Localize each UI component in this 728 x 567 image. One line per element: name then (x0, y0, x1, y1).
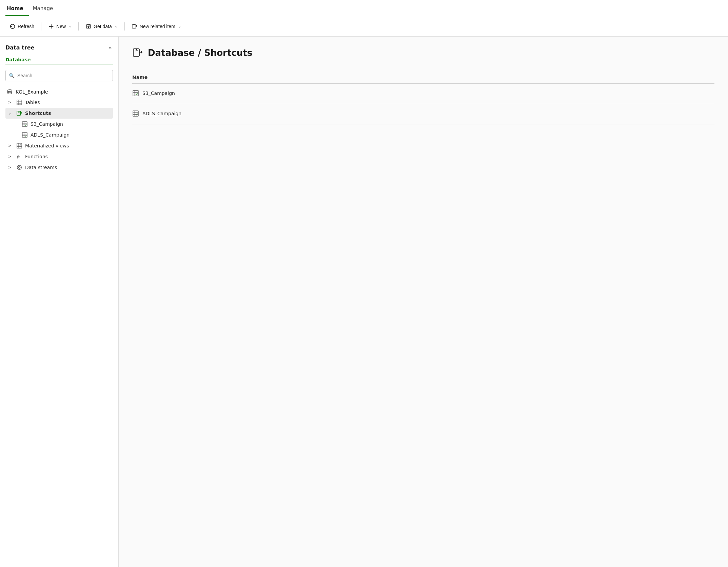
tables-icon (16, 99, 22, 105)
divider-3 (124, 22, 125, 31)
svg-point-25 (18, 166, 20, 168)
expand-functions-icon: > (8, 154, 14, 159)
left-panel: Data tree « Database 🔍 KQL_Example > (0, 37, 119, 567)
db-name-label: KQL_Example (16, 89, 48, 95)
new-related-item-button[interactable]: New related item ⌄ (127, 21, 185, 32)
matviews-label: Materialized views (25, 143, 69, 148)
search-icon: 🔍 (9, 73, 15, 78)
collapse-button[interactable]: « (107, 43, 113, 52)
refresh-icon (9, 23, 16, 29)
svg-rect-6 (17, 100, 22, 105)
new-button[interactable]: New ⌄ (44, 21, 76, 32)
tree-item-functions[interactable]: > fx Functions (5, 151, 113, 162)
datastreams-icon (16, 164, 22, 170)
breadcrumb-header: Database / Shortcuts (132, 47, 714, 58)
new-chevron: ⌄ (68, 24, 72, 28)
panel-title: Data tree (5, 44, 34, 51)
svg-point-5 (8, 90, 12, 92)
new-label: New (56, 24, 66, 29)
datastreams-label: Data streams (25, 165, 57, 170)
top-nav: Home Manage (0, 0, 728, 16)
tree-item-matviews[interactable]: > Materialized views (5, 140, 113, 151)
adlscampaign-icon (22, 132, 28, 138)
functions-label: Functions (25, 154, 48, 159)
functions-icon: fx (16, 154, 22, 160)
s3campaign-icon (22, 121, 28, 127)
search-wrap: 🔍 (5, 70, 113, 81)
breadcrumb-title: Database / Shortcuts (148, 48, 252, 58)
tree-db-name[interactable]: KQL_Example (5, 87, 113, 97)
refresh-button[interactable]: Refresh (5, 21, 38, 32)
adlscampaign-row-label: ADLS_Campaign (142, 111, 181, 116)
breadcrumb-shortcuts-icon (132, 47, 143, 58)
get-data-chevron: ⌄ (115, 24, 118, 28)
new-related-chevron: ⌄ (178, 24, 181, 28)
plus-icon (48, 23, 54, 29)
s3campaign-row: S3_Campaign (132, 90, 175, 97)
matviews-icon (16, 143, 22, 149)
svg-text:fx: fx (17, 155, 20, 159)
s3campaign-row-label: S3_Campaign (142, 90, 175, 96)
database-icon (7, 89, 13, 95)
svg-rect-26 (133, 49, 139, 56)
refresh-label: Refresh (18, 24, 34, 29)
adlscampaign-row: ADLS_Campaign (132, 110, 181, 117)
content-table: Name S3_Campaig (132, 72, 714, 124)
tree-item-shortcuts[interactable]: ⌄ Shortcuts (5, 108, 113, 119)
database-tab[interactable]: Database (5, 57, 113, 64)
tree-item-tables[interactable]: > Tables (5, 97, 113, 108)
expand-matviews-icon: > (8, 143, 14, 148)
s3campaign-label: S3_Campaign (31, 121, 63, 127)
tables-label: Tables (25, 100, 40, 105)
divider-1 (41, 22, 41, 31)
new-related-item-label: New related item (140, 24, 175, 29)
get-data-button[interactable]: Get data ⌄ (81, 21, 122, 32)
divider-2 (78, 22, 79, 31)
get-data-icon (85, 23, 92, 29)
new-related-item-icon (132, 23, 138, 29)
expand-tables-icon: > (8, 100, 14, 105)
svg-rect-27 (133, 90, 138, 96)
tree-item-s3campaign[interactable]: S3_Campaign (5, 119, 113, 129)
main-content: Data tree « Database 🔍 KQL_Example > (0, 37, 728, 567)
tree-item-datastreams[interactable]: > Data streams (5, 162, 113, 173)
svg-rect-31 (133, 111, 138, 116)
search-input[interactable] (5, 70, 113, 81)
tab-manage[interactable]: Manage (32, 5, 59, 16)
shortcuts-icon (16, 110, 22, 116)
svg-rect-15 (22, 133, 27, 137)
table-header-name: Name (132, 72, 714, 84)
expand-datastreams-icon: > (8, 165, 14, 170)
panel-header: Data tree « (5, 43, 113, 52)
expand-shortcuts-icon: ⌄ (8, 111, 14, 116)
adlscampaign-label: ADLS_Campaign (31, 132, 70, 138)
get-data-label: Get data (94, 24, 112, 29)
shortcuts-label: Shortcuts (25, 110, 51, 116)
right-panel: Database / Shortcuts Name (119, 37, 728, 567)
tab-home[interactable]: Home (5, 5, 29, 16)
svg-rect-4 (132, 24, 136, 28)
svg-rect-19 (17, 143, 22, 148)
svg-rect-11 (22, 122, 27, 126)
table-row[interactable]: ADLS_Campaign (132, 104, 714, 124)
toolbar: Refresh New ⌄ Get data ⌄ New related ite… (0, 16, 728, 37)
tree-item-adlscampaign[interactable]: ADLS_Campaign (5, 129, 113, 140)
table-row[interactable]: S3_Campaign (132, 84, 714, 104)
